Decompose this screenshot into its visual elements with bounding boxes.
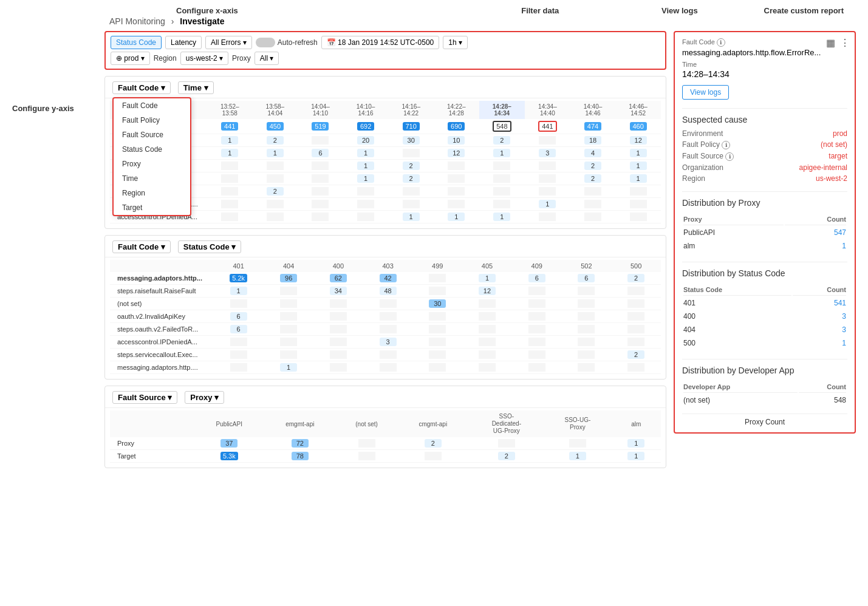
time-label: Time: [682, 61, 847, 68]
breadcrumb-current: Investigate: [180, 16, 224, 26]
menu-item-region[interactable]: Region: [114, 186, 190, 200]
dist-proxy-section: Distribution by Proxy Proxy Count Public…: [682, 191, 847, 253]
grid-section-2: Fault Code ▾ Status Code ▾ 4014044004034…: [104, 235, 666, 380]
xaxis-dropdown-3[interactable]: Proxy ▾: [185, 391, 224, 404]
env-key: Environment: [682, 129, 723, 138]
fault-source-val: target: [829, 152, 847, 161]
dist-status-row[interactable]: 401541: [683, 297, 846, 309]
table-row[interactable]: - 2 - - - - - - - -: [110, 185, 661, 198]
table-row[interactable]: 1 2 - 20 30 10 2 - 18 12: [110, 134, 661, 147]
dist-proxy-col2-header: Count: [785, 214, 846, 225]
region-val: us-west-2: [816, 174, 847, 183]
fault-policy-val: (not set): [821, 140, 847, 149]
menu-item-fault-policy[interactable]: Fault Policy: [114, 113, 190, 128]
view-logs-annotation: View logs: [661, 6, 698, 15]
dist-status-row[interactable]: 4043: [683, 324, 846, 336]
dist-proxy-row[interactable]: PublicAPI 547: [683, 226, 846, 239]
fault-code-label: Fault Code ℹ: [682, 38, 847, 47]
filter-data-annotation: Filter data: [521, 6, 559, 15]
env-val: prod: [833, 129, 847, 138]
dist-proxy-title: Distribution by Proxy: [682, 198, 847, 208]
table-row[interactable]: accesscontrol.IPDeniedA... - - - - 1 1 1…: [110, 211, 661, 223]
region-label: Region: [154, 54, 177, 63]
right-panel: ▦ ⋮ View metric details View in Recent V…: [674, 31, 856, 434]
fault-policy-key: Fault Policy ℹ: [682, 140, 730, 149]
region-filter[interactable]: us-west-2 ▾: [180, 52, 228, 65]
dist-status-title: Distribution by Status Code: [682, 268, 847, 278]
table-row[interactable]: 1 1 6 1 - 12 1 3 4 1: [110, 147, 661, 160]
dist-devapp-row[interactable]: (not set) 548: [683, 394, 846, 406]
dist-proxy-row[interactable]: alm 1: [683, 240, 846, 252]
dist-status-col2-header: Count: [793, 284, 846, 296]
autorefresh-toggle[interactable]: Auto-refresh: [256, 38, 318, 47]
table-row[interactable]: steps.raisefault.RaiseFault 1 - 34 48 - …: [110, 285, 661, 298]
proxy-filter[interactable]: All ▾: [255, 52, 279, 65]
menu-item-target[interactable]: Target: [114, 200, 190, 215]
dist-status-row[interactable]: 4003: [683, 310, 846, 322]
fault-code-value: messaging.adaptors.http.flow.ErrorRe...: [682, 48, 847, 57]
filter-bar: Status Code Latency All Errors ▾ Auto-re…: [104, 31, 666, 70]
dist-status-col1-header: Status Code: [683, 284, 791, 296]
xaxis-dropdown-2[interactable]: Status Code ▾: [178, 240, 241, 253]
table-row[interactable]: messaging.adaptors.http.... - - - - - - …: [110, 198, 661, 211]
suspected-cause-section: Suspected cause Environment prod Fault P…: [682, 108, 847, 183]
menu-item-time[interactable]: Time: [114, 171, 190, 186]
dist-proxy-col1-header: Proxy: [683, 214, 784, 225]
table-row[interactable]: messaging.adaptors.http... 5.2k 96 62 42…: [110, 272, 661, 285]
yaxis-dropdown-2[interactable]: Fault Code ▾: [112, 240, 171, 253]
table-row[interactable]: steps.servicecallout.Exec... - - - - - -…: [110, 349, 661, 361]
yaxis-dropdown-1[interactable]: Fault Code ▾: [112, 81, 171, 94]
dist-status-row[interactable]: 5001: [683, 337, 846, 349]
chart-icon[interactable]: ▦: [826, 37, 835, 49]
table-row[interactable]: - - - 1 2 - - - 2 1: [110, 160, 661, 172]
dist-devapp-col2-header: Count: [799, 381, 846, 393]
status-code-tab[interactable]: Status Code: [111, 36, 162, 49]
dist-devapp-col1-header: Developer App: [683, 381, 798, 393]
table-row[interactable]: messaging.adaptors.http.... - 1 - - - - …: [110, 361, 661, 374]
dist-status-section: Distribution by Status Code Status Code …: [682, 262, 847, 350]
table-row[interactable]: oauth.v2.InvalidApiKey 6 - - - - - - - -: [110, 310, 661, 323]
table-row[interactable]: (not set) - - - - 30 - - - -: [110, 298, 661, 310]
dist-devapp-title: Distribution by Developer App: [682, 366, 847, 375]
table-row[interactable]: accesscontrol.IPDeniedA... - - - 3 - - -…: [110, 336, 661, 349]
latency-tab[interactable]: Latency: [165, 36, 202, 49]
proxy-label: Proxy: [232, 54, 251, 63]
dist-devapp-section: Distribution by Developer App Developer …: [682, 359, 847, 407]
region-key: Region: [682, 174, 705, 183]
suspected-cause-title: Suspected cause: [682, 115, 847, 124]
breadcrumb-parent[interactable]: API Monitoring: [109, 16, 165, 26]
time-range-select[interactable]: 1h ▾: [443, 36, 468, 49]
xaxis-dropdown-1[interactable]: Time ▾: [178, 81, 214, 94]
configure-xaxis-annotation: Configure x-axis: [176, 6, 238, 15]
menu-item-proxy[interactable]: Proxy: [114, 157, 190, 171]
env-filter[interactable]: ⊕ prod ▾: [111, 52, 150, 65]
menu-item-status-code[interactable]: Status Code: [114, 142, 190, 157]
yaxis-dropdown-3[interactable]: Fault Source ▾: [112, 391, 177, 404]
fault-source-key: Fault Source ℹ: [682, 152, 734, 161]
table-row[interactable]: Proxy 37 72 - 2 - - 1: [110, 437, 661, 450]
menu-item-fault-code[interactable]: Fault Code: [114, 98, 190, 113]
org-key: Organization: [682, 163, 723, 172]
org-val: apigee-internal: [799, 163, 847, 172]
view-logs-button[interactable]: View logs: [682, 85, 729, 100]
grid-section-3: Fault Source ▾ Proxy ▾ PublicAPI emgmt-a…: [104, 386, 666, 468]
date-picker[interactable]: 📅 18 Jan 2019 14:52 UTC-0500: [321, 36, 439, 49]
errors-filter[interactable]: All Errors ▾: [205, 36, 252, 49]
table-row[interactable]: - - - 1 2 - - - 2 1: [110, 172, 661, 185]
time-value: 14:28–14:34: [682, 69, 847, 79]
yaxis-dropdown-menu: Fault Code Fault Policy Fault Source Sta…: [112, 97, 191, 216]
table-row[interactable]: steps.oauth.v2.FailedToR... 6 - - - - - …: [110, 323, 661, 336]
more-actions-icon[interactable]: ⋮: [840, 37, 850, 49]
table-row[interactable]: Target 5.3k 78 - - 2 1 1: [110, 450, 661, 463]
breadcrumb: API Monitoring › Investigate: [12, 16, 856, 26]
menu-item-fault-source[interactable]: Fault Source: [114, 128, 190, 142]
table-row[interactable]: 441 450 519 692 710 690 548 441 474 460: [110, 119, 661, 134]
configure-yaxis-annotation: Configure y-axis: [12, 104, 74, 113]
create-custom-report-annotation: Create custom report: [764, 6, 844, 15]
proxy-count-label: Proxy Count: [682, 418, 847, 426]
grid-section-1: Fault Code ▾ Fault Code Fault Policy Fau…: [104, 76, 666, 229]
